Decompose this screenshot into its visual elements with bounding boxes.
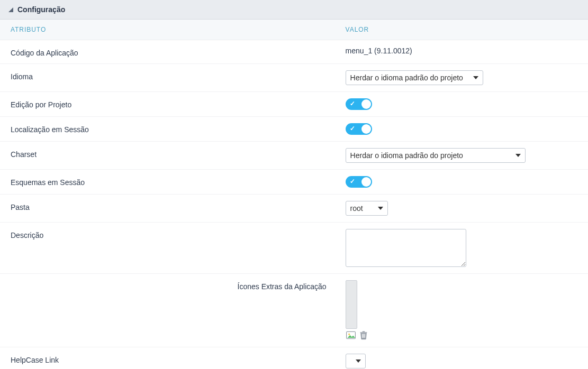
- row-helpcase: HelpCase Link: [0, 347, 588, 369]
- toggle-knob: [361, 177, 371, 187]
- check-icon: ✓: [350, 100, 355, 107]
- column-header-attribute: ATRIBUTO: [8, 26, 346, 33]
- check-icon: ✓: [350, 178, 355, 185]
- svg-rect-4: [362, 334, 363, 338]
- row-extra-icons: Ícones Extras da Aplicação: [0, 274, 588, 347]
- panel-title: Configuração: [17, 5, 65, 14]
- label-edit-by-project: Edição por Projeto: [8, 98, 346, 109]
- collapse-caret-icon[interactable]: [8, 7, 13, 12]
- select-helpcase[interactable]: [346, 354, 366, 368]
- svg-rect-5: [363, 334, 364, 338]
- toggle-edit-by-project[interactable]: ✓: [346, 98, 372, 110]
- row-session-locale: Localização em Sessão ✓: [0, 117, 588, 142]
- image-picker-icon[interactable]: [346, 330, 356, 340]
- column-headers: ATRIBUTO VALOR: [0, 20, 588, 40]
- row-session-schemas: Esquemas em Sessão ✓: [0, 170, 588, 195]
- svg-rect-2: [362, 331, 365, 333]
- select-language[interactable]: Herdar o idioma padrão do projeto: [346, 70, 483, 85]
- label-session-schemas: Esquemas em Sessão: [8, 176, 346, 187]
- label-charset: Charset: [8, 148, 346, 159]
- svg-point-1: [348, 334, 350, 335]
- toggle-session-schemas[interactable]: ✓: [346, 176, 372, 188]
- row-charset: Charset Herdar o idioma padrão do projet…: [0, 142, 588, 170]
- label-description: Descrição: [8, 229, 346, 239]
- row-edit-by-project: Edição por Projeto ✓: [0, 92, 588, 117]
- label-app-code: Código da Aplicação: [8, 47, 346, 57]
- check-icon: ✓: [350, 125, 355, 132]
- label-helpcase: HelpCase Link: [8, 354, 346, 364]
- select-folder[interactable]: root: [346, 201, 388, 216]
- toggle-knob: [361, 124, 371, 134]
- icon-preview-box: [346, 280, 357, 329]
- toggle-knob: [361, 99, 371, 109]
- row-language: Idioma Herdar o idioma padrão do projeto: [0, 64, 588, 92]
- label-extra-icons: Ícones Extras da Aplicação: [8, 280, 346, 291]
- column-header-value: VALOR: [346, 26, 580, 33]
- extra-icons-slot: [346, 280, 369, 340]
- select-charset[interactable]: Herdar o idioma padrão do projeto: [346, 148, 526, 163]
- svg-rect-6: [364, 334, 365, 338]
- delete-icon[interactable]: [358, 330, 369, 340]
- panel-header: Configuração: [0, 0, 588, 20]
- label-folder: Pasta: [8, 201, 346, 211]
- row-folder: Pasta root: [0, 195, 588, 223]
- toggle-session-locale[interactable]: ✓: [346, 123, 372, 135]
- row-description: Descrição: [0, 223, 588, 274]
- label-session-locale: Localização em Sessão: [8, 123, 346, 134]
- svg-rect-3: [360, 332, 367, 333]
- value-app-code: menu_1 (9.11.0012): [346, 47, 412, 55]
- label-language: Idioma: [8, 70, 346, 81]
- row-app-code: Código da Aplicação menu_1 (9.11.0012): [0, 40, 588, 64]
- textarea-description[interactable]: [346, 229, 466, 267]
